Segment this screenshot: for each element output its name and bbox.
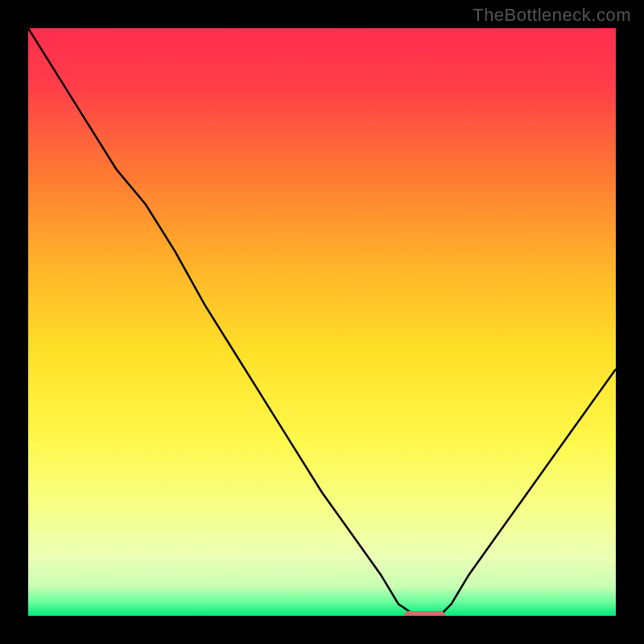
optimal-range-marker [404,611,445,616]
watermark-text: TheBottleneck.com [473,5,631,26]
plot-svg [28,28,616,616]
plot-frame [28,28,616,616]
chart-container: TheBottleneck.com [0,0,644,644]
gradient-background [28,28,616,616]
